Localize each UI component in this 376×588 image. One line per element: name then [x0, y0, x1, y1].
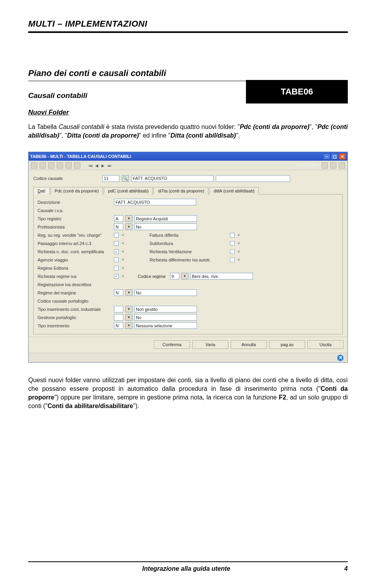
form-panel: DescrizioneFATT. ACQUISTO Causale i.v.a.… [33, 194, 343, 334]
dropdown-icon[interactable]: ▼ [181, 273, 188, 279]
label: Tipo registro [38, 216, 112, 221]
toolbar-icon[interactable] [74, 162, 80, 169]
footer-center: Integrazione alla guida utente [142, 565, 230, 572]
conferma-button[interactable]: Conferma [154, 340, 190, 349]
annulla-button[interactable]: Annulla [231, 340, 267, 349]
toolbar-icon[interactable] [330, 162, 336, 169]
dropdown-icon[interactable]: ▼ [125, 289, 132, 296]
info-icon: ✖ [337, 355, 343, 361]
dropdown-icon[interactable]: ▼ [125, 314, 132, 321]
uscita-button[interactable]: Uscita [307, 340, 343, 349]
input-margine[interactable]: N [114, 289, 123, 296]
label: Tipo inserimento cont. industriale [38, 307, 112, 312]
maximize-icon[interactable]: ▢ [331, 153, 338, 160]
label: Fattura differita [150, 233, 228, 238]
label: Registrazione iva descrittiva [38, 282, 112, 287]
embedded-screenshot: TABE06 - MULTI - TABELLA CAUSALI CONTABI… [28, 152, 348, 363]
doc-header: MULTI – IMPLEMENTAZIONI [28, 19, 348, 29]
input-desc: Nessuna selezione [134, 322, 197, 329]
checkbox[interactable] [114, 233, 119, 238]
label: Gestione portafoglio [38, 315, 112, 320]
subheading-level2: Nuovi Folder [28, 109, 348, 116]
varia-button[interactable]: Varia [192, 340, 228, 349]
checkbox[interactable] [230, 258, 235, 262]
input-descrizione[interactable]: FATT. ACQUISTO [114, 199, 196, 205]
label: Tipo inserimento [38, 323, 112, 328]
nav-last-icon[interactable]: ⏭ [108, 163, 112, 167]
dropdown-icon[interactable]: ▼ [125, 215, 132, 222]
page-footer: Integrazione alla guida utente 4 [28, 561, 348, 572]
input-codice-desc[interactable]: FATT. ACQUISTO [131, 175, 213, 182]
toolbar-icon[interactable] [322, 162, 328, 169]
dropdown-icon[interactable]: ▼ [125, 223, 132, 230]
checkbox[interactable] [114, 266, 119, 270]
tabstrip: DDatiati Pdc (conti da proporre) pdC (co… [33, 187, 343, 194]
toolbar-icon[interactable] [65, 162, 72, 169]
label: Reg. su reg. vendite "rev. charge" [38, 233, 112, 238]
tab-dati[interactable]: DDatiati [33, 187, 50, 194]
toolbar-icon[interactable] [40, 162, 46, 169]
toolbar-icon[interactable] [48, 162, 54, 169]
input-codregime[interactable]: 9 [170, 273, 179, 279]
minimize-icon[interactable]: – [323, 153, 330, 160]
input-tiporeg[interactable]: A [114, 215, 123, 222]
input-prof[interactable]: N [114, 223, 123, 230]
tab-ditta-proporre[interactable]: diTta (conti da proporre) [154, 187, 208, 194]
toolbar-icon[interactable] [31, 162, 37, 169]
label: Passaggio interno art.24 c.3 [38, 241, 112, 246]
nav-next-icon[interactable]: ▶ [101, 163, 105, 167]
label: Richiesta Ventilazione [150, 249, 228, 254]
label: Professionista [38, 225, 112, 229]
label: Codice regime [138, 274, 166, 279]
checkbox[interactable]: ✓ [114, 274, 119, 279]
label: Richiesta differimento iva autotr. [150, 258, 228, 262]
footer-page: 4 [344, 565, 348, 572]
input-codice-causale[interactable]: 11 [102, 175, 119, 182]
label: Subfornitura [150, 241, 228, 246]
button-bar: Conferma Varia Annulla pag.av Uscita [29, 337, 347, 353]
checkbox[interactable]: ✓ [114, 249, 119, 254]
tab-ditta-abil[interactable]: dittA (conti abil/disab) [209, 187, 259, 194]
label: Richiesta regime iva [38, 274, 112, 279]
label: Regime Editoria [38, 266, 112, 270]
footer-rule [28, 561, 348, 562]
input-desc: No [134, 314, 197, 321]
input-prof-desc: No [134, 223, 197, 230]
label: Richiesta n. doc. cont. semplificata [38, 249, 112, 254]
toolbar: ⏮ ◀ ▶ ⏭ TeamSystem [29, 161, 347, 170]
checkbox[interactable] [114, 241, 119, 246]
input-codregime-desc: Beni des. rive. [190, 273, 253, 279]
checkbox[interactable] [114, 258, 119, 262]
input-extra[interactable] [216, 175, 290, 182]
window-title: TABE06 - MULTI - TABELLA CAUSALI CONTABI… [30, 154, 131, 159]
label: Causale i.v.a. [38, 208, 112, 213]
checkbox[interactable] [230, 233, 235, 238]
dropdown-icon[interactable]: ▼ [125, 306, 132, 312]
paragraph-2: Questi nuovi folder vanno utilizzati per… [28, 376, 348, 410]
label-codice-causale: Codice causale [33, 176, 100, 181]
input[interactable] [114, 314, 123, 321]
section-title: Piano dei conti e causali contabili [28, 68, 348, 78]
pagav-button[interactable]: pag.av [269, 340, 305, 349]
dropdown-icon[interactable]: ▼ [125, 322, 132, 329]
label: Descrizione [38, 200, 112, 205]
window-titlebar: TABE06 - MULTI - TABELLA CAUSALI CONTABI… [29, 152, 347, 161]
paragraph-1: La Tabella Causali contabili è stata riv… [28, 123, 348, 140]
label: Regime del margine [38, 290, 112, 295]
input[interactable]: N [114, 322, 123, 329]
checkbox[interactable] [230, 241, 235, 246]
tab-pdc-abil[interactable]: pdC (conti abil/disab) [104, 187, 153, 194]
checkbox[interactable] [230, 249, 235, 254]
nav-first-icon[interactable]: ⏮ [89, 163, 93, 167]
toolbar-icon[interactable] [339, 162, 345, 169]
input-desc: Non gestito [134, 306, 197, 312]
nav-prev-icon[interactable]: ◀ [95, 163, 99, 167]
lookup-icon[interactable]: 🔍 [122, 175, 129, 182]
toolbar-icon[interactable] [57, 162, 63, 169]
status-bar: ✖ [29, 353, 347, 362]
input[interactable] [114, 306, 123, 312]
input-tiporeg-desc: Registro Acquisti [134, 215, 197, 222]
close-icon[interactable]: ✕ [339, 153, 346, 160]
tab-pdc-proporre[interactable]: Pdc (conti da proporre) [51, 187, 103, 194]
brand-label: TeamSystem [296, 163, 319, 167]
